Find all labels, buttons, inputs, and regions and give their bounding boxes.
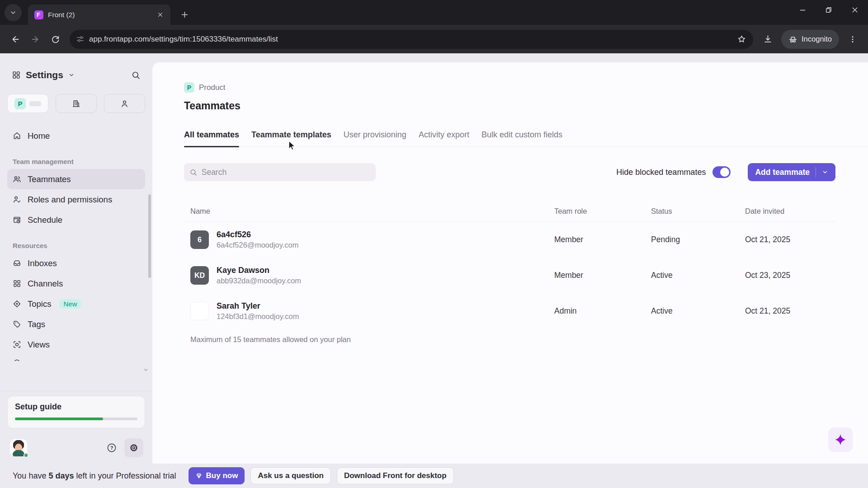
sidebar-item-inboxes[interactable]: Inboxes <box>7 253 145 273</box>
add-teammate-button[interactable]: Add teammate <box>748 163 835 181</box>
sidebar-item-topics[interactable]: Topics New <box>7 294 145 314</box>
search-box[interactable] <box>184 163 376 181</box>
plan-limit-note: Maximum of 15 teammates allowed on your … <box>184 335 835 344</box>
teammate-status: Active <box>651 271 745 280</box>
chevron-down-icon[interactable] <box>822 169 828 175</box>
inboxes-icon <box>13 259 21 267</box>
avatar: 6 <box>190 230 209 249</box>
tab-activity-export[interactable]: Activity export <box>419 130 469 146</box>
sidebar-search-icon[interactable] <box>131 70 141 80</box>
restore-icon <box>825 6 832 14</box>
teammate-name: Kaye Dawson <box>217 266 301 275</box>
workspace-tab-product[interactable]: P <box>7 94 48 113</box>
views-icon <box>13 340 21 349</box>
download-desktop-label: Download Front for desktop <box>344 471 447 480</box>
setup-progress-track <box>15 418 137 420</box>
hide-blocked-toggle[interactable] <box>712 166 731 178</box>
sidebar-item-label: Channels <box>28 279 63 289</box>
avatar: KD <box>190 266 209 285</box>
tab-user-provisioning[interactable]: User provisioning <box>344 130 406 146</box>
teammate-email: 6a4cf526@moodjoy.com <box>217 241 299 249</box>
reload-button[interactable] <box>46 30 64 48</box>
mouse-cursor-icon <box>286 140 297 152</box>
workspace-tab-personal[interactable] <box>104 94 145 113</box>
new-tab-icon <box>181 11 189 19</box>
incognito-label: Incognito <box>802 35 832 43</box>
sidebar-item-roles[interactable]: Roles and permissions <box>7 189 145 210</box>
teammates-panel: P Product Teammates All teammates Teamma… <box>152 62 868 464</box>
ask-question-button[interactable]: Ask us a question <box>250 467 330 484</box>
workspace-badge: P <box>184 82 194 93</box>
sidebar-item-tags[interactable]: Tags <box>7 314 145 334</box>
address-bar[interactable]: app.frontapp.com/settings/tim:15063336/t… <box>70 30 753 49</box>
workspace-name[interactable]: Product <box>199 83 226 92</box>
tab-bulk-edit[interactable]: Bulk edit custom fields <box>481 130 562 146</box>
buy-now-button[interactable]: Buy now <box>189 467 245 484</box>
setup-progress-fill <box>15 418 103 420</box>
sidebar-divider <box>0 391 152 391</box>
downloads-button[interactable] <box>759 30 777 48</box>
teammate-name: Sarah Tyler <box>217 301 299 311</box>
sidebar-scrollbar[interactable] <box>148 194 151 278</box>
sidebar-item-home[interactable]: Home <box>7 126 145 146</box>
incognito-badge[interactable]: Incognito <box>781 30 839 49</box>
back-button[interactable] <box>6 30 24 48</box>
section-team-management: Team management <box>7 158 145 165</box>
window-controls <box>789 0 868 20</box>
tab-title: Front (2) <box>48 11 151 19</box>
close-window-button[interactable] <box>842 0 868 20</box>
site-info-icon[interactable] <box>76 35 85 43</box>
help-button[interactable]: ? <box>103 439 121 457</box>
ai-assistant-button[interactable] <box>828 427 853 452</box>
incognito-icon <box>788 35 797 44</box>
teammate-name: 6a4cf526 <box>217 230 299 239</box>
column-header-role: Team role <box>554 207 651 216</box>
tab-close-icon[interactable] <box>155 10 165 20</box>
new-tab-button[interactable] <box>177 7 192 22</box>
toggle-knob <box>720 168 729 177</box>
minimize-button[interactable] <box>789 0 816 20</box>
roles-icon <box>13 195 21 204</box>
sidebar-footer: ? <box>7 438 145 457</box>
download-desktop-button[interactable]: Download Front for desktop <box>337 467 454 484</box>
table-row[interactable]: KD Kaye Dawson abb932da@moodjoy.com Memb… <box>184 258 835 293</box>
workspace-tab-company[interactable] <box>56 94 97 113</box>
hide-blocked-label: Hide blocked teammates <box>616 168 706 177</box>
sidebar-item-views[interactable]: Views <box>7 334 145 355</box>
column-header-status: Status <box>651 207 745 216</box>
chevron-down-icon[interactable] <box>68 72 75 78</box>
teammate-status: Pending <box>651 235 745 244</box>
table-row[interactable]: Sarah Tyler 124bf3d1@moodjoy.com Admin A… <box>184 293 835 329</box>
sidebar-item-schedule[interactable]: Schedule <box>7 210 145 230</box>
back-icon <box>10 34 20 44</box>
search-input[interactable] <box>202 168 370 177</box>
restore-button[interactable] <box>816 0 842 20</box>
forward-button[interactable] <box>26 30 44 48</box>
setup-guide-card[interactable]: Setup guide <box>7 396 145 428</box>
bookmark-icon <box>737 35 746 43</box>
browser-tab[interactable]: F Front (2) <box>28 5 170 25</box>
tags-icon <box>13 320 21 328</box>
sidebar-item-channels[interactable]: Channels <box>7 273 145 294</box>
svg-text:?: ? <box>110 445 113 450</box>
teammate-role: Member <box>554 235 651 244</box>
topics-icon <box>13 300 21 308</box>
teammate-date-invited: Oct 23, 2025 <box>745 271 835 280</box>
minimize-icon <box>799 7 806 14</box>
user-avatar[interactable] <box>10 439 27 456</box>
teammate-email: 124bf3d1@moodjoy.com <box>217 312 299 321</box>
bookmark-button[interactable] <box>733 31 750 47</box>
channels-icon <box>13 279 21 288</box>
table-row[interactable]: 6 6a4cf526 6a4cf526@moodjoy.com Member P… <box>184 222 835 258</box>
sidebar-item-label: Home <box>28 131 50 141</box>
url-text[interactable]: app.frontapp.com/settings/tim:15063336/t… <box>89 35 733 44</box>
sidebar-item-teammates[interactable]: Teammates <box>7 169 145 189</box>
settings-gear-button[interactable] <box>124 438 143 457</box>
tab-all-teammates[interactable]: All teammates <box>184 130 239 146</box>
new-badge: New <box>59 299 81 309</box>
sidebar-header: Settings <box>7 70 145 80</box>
list-controls: Hide blocked teammates Add teammate <box>184 163 835 181</box>
browser-menu-button[interactable] <box>844 30 862 48</box>
tab-search-button[interactable] <box>5 4 22 21</box>
trial-message: You have 5 days left in your Professiona… <box>13 471 176 481</box>
